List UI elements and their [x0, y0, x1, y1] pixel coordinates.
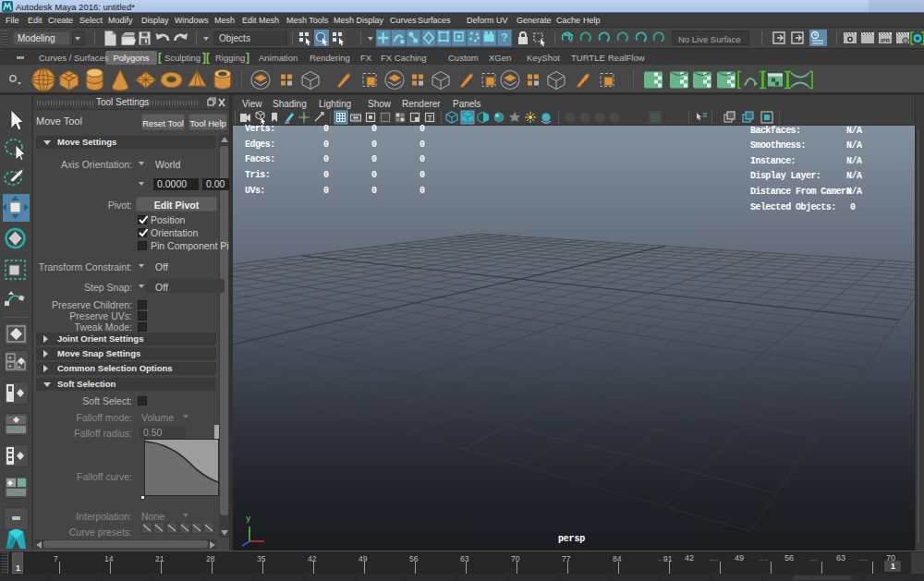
svg-text:+: +	[8, 362, 13, 370]
svg-text:IPR: IPR	[881, 38, 891, 43]
svg-text:T: T	[428, 114, 433, 123]
svg-text:y: y	[246, 514, 251, 524]
svg-text:?: ?	[501, 31, 507, 44]
svg-text:+: +	[8, 354, 13, 362]
